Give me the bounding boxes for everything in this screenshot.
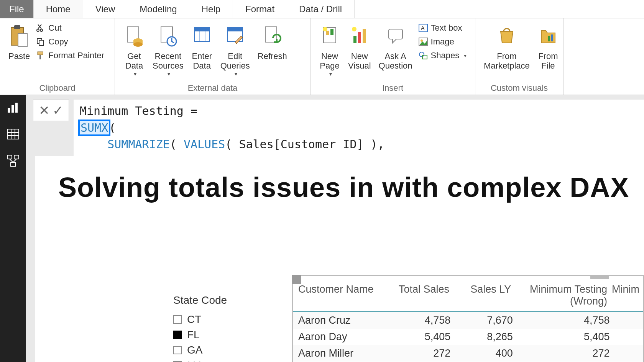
refresh-button[interactable]: Refresh	[254, 21, 291, 62]
table-resize-corner[interactable]	[292, 275, 301, 284]
new-visual-label: New Visual	[348, 51, 371, 71]
copy-button[interactable]: Copy	[36, 37, 104, 47]
tab-modeling[interactable]: Modeling	[127, 0, 189, 18]
slicer-item[interactable]: CT	[173, 313, 281, 326]
formula-measure-name: Minimum Testing =	[80, 104, 204, 118]
slicer-item[interactable]: GA	[173, 344, 281, 356]
cell-min-wrong: 4,758	[513, 314, 610, 326]
edit-queries-label: Edit Queries	[220, 51, 250, 71]
slicer-item[interactable]: FL	[173, 329, 281, 341]
col-header-name[interactable]: Customer Name	[298, 283, 388, 307]
new-visual-button[interactable]: New Visual	[344, 21, 375, 72]
tab-format[interactable]: Format	[233, 0, 287, 18]
svg-text:A: A	[421, 25, 425, 31]
recent-sources-label: Recent Sources	[153, 51, 184, 71]
ribbon-group-custom-visuals: From Marketplace From File Custom visual…	[475, 18, 564, 95]
col-header-sales-ly[interactable]: Sales LY	[449, 283, 511, 307]
report-view-icon[interactable]	[6, 100, 20, 114]
cell-sales-ly: 400	[450, 347, 513, 359]
text-box-button[interactable]: A Text box	[419, 23, 467, 33]
cell-min-wrong: 5,405	[513, 331, 610, 343]
results-table[interactable]: Customer Name Total Sales Sales LY Minim…	[292, 275, 644, 362]
ask-question-button[interactable]: Ask A Question	[375, 21, 416, 72]
slicer-item[interactable]: MA	[173, 359, 281, 362]
svg-rect-48	[14, 155, 19, 159]
new-page-icon	[319, 23, 340, 49]
tab-home[interactable]: Home	[34, 0, 83, 18]
shapes-button[interactable]: Shapes	[419, 51, 467, 61]
external-data-group-label: External data	[120, 82, 306, 93]
formula-cancel-button[interactable]: ✕	[39, 104, 49, 117]
new-page-button[interactable]: New Page	[315, 21, 344, 79]
slicer-title: State Code	[173, 294, 281, 306]
edit-queries-icon	[224, 23, 246, 49]
state-code-slicer[interactable]: State Code CTFLGAMAMD	[173, 294, 281, 362]
model-view-icon[interactable]	[6, 154, 20, 168]
new-page-label: New Page	[320, 51, 339, 71]
table-row[interactable]: Aaron Miller272400272	[293, 345, 643, 362]
shapes-icon	[419, 51, 428, 60]
col-header-min-wrong[interactable]: Minimum Testing (Wrong)	[511, 283, 607, 307]
table-drag-handle[interactable]	[590, 275, 609, 279]
paste-label: Paste	[8, 51, 30, 61]
svg-rect-42	[7, 129, 19, 139]
tab-file[interactable]: File	[0, 0, 34, 18]
cut-icon	[36, 23, 45, 33]
image-label: Image	[431, 37, 454, 47]
svg-point-29	[352, 27, 356, 31]
tab-help[interactable]: Help	[189, 0, 233, 18]
table-row[interactable]: Aaron Day5,4058,2655,405	[293, 329, 643, 345]
svg-rect-1	[14, 25, 20, 29]
slicer-item-label: CT	[187, 313, 201, 326]
enter-data-button[interactable]: Enter Data	[187, 21, 217, 72]
cell-name: Aaron Miller	[298, 347, 388, 359]
refresh-label: Refresh	[258, 51, 287, 61]
from-marketplace-label: From Marketplace	[484, 51, 530, 71]
cell-min-wrong: 272	[513, 347, 610, 359]
svg-rect-26	[353, 36, 356, 43]
copy-label: Copy	[48, 37, 68, 47]
formula-actions: ✕ ✓	[33, 100, 69, 121]
from-marketplace-icon	[496, 23, 518, 49]
cut-button[interactable]: Cut	[36, 23, 104, 33]
slicer-checkbox[interactable]	[173, 346, 182, 354]
col-header-min[interactable]: Minim	[607, 283, 638, 307]
get-data-button[interactable]: Get Data	[120, 21, 149, 79]
from-file-button[interactable]: From File	[534, 21, 563, 72]
ribbon-group-insert: New Page New Visual Ask A Question A Tex…	[310, 18, 475, 95]
paste-button[interactable]: Paste	[5, 21, 34, 62]
svg-rect-6	[39, 40, 44, 46]
slicer-item-label: MA	[187, 359, 203, 362]
cell-name: Aaron Cruz	[298, 314, 388, 326]
from-file-label: From File	[538, 51, 558, 71]
ribbon: Paste Cut Copy Format Painter Clipboard	[0, 18, 644, 95]
shapes-label: Shapes	[431, 51, 460, 61]
page-title: Solving totals issues in with complex DA…	[58, 172, 629, 203]
ribbon-group-clipboard: Paste Cut Copy Format Painter Clipboard	[0, 18, 115, 95]
svg-rect-23	[326, 31, 329, 35]
recent-sources-button[interactable]: Recent Sources	[149, 21, 187, 79]
svg-rect-47	[7, 155, 12, 159]
svg-rect-7	[38, 52, 43, 55]
slicer-checkbox[interactable]	[173, 315, 182, 324]
svg-point-12	[133, 42, 143, 47]
data-view-icon[interactable]	[6, 127, 20, 141]
col-header-total-sales[interactable]: Total Sales	[388, 283, 449, 307]
clipboard-group-label: Clipboard	[5, 82, 110, 93]
tab-view[interactable]: View	[83, 0, 128, 18]
formula-commit-button[interactable]: ✓	[53, 104, 63, 117]
tab-data-drill[interactable]: Data / Drill	[287, 0, 355, 18]
slicer-checkbox[interactable]	[173, 331, 182, 339]
image-icon	[419, 38, 428, 46]
image-button[interactable]: Image	[419, 37, 467, 47]
edit-queries-button[interactable]: Edit Queries	[217, 21, 254, 79]
table-row[interactable]: Aaron Cruz4,7587,6704,758	[293, 312, 643, 329]
svg-rect-24	[330, 29, 334, 35]
svg-rect-38	[551, 34, 553, 41]
from-marketplace-button[interactable]: From Marketplace	[480, 21, 534, 72]
paste-icon	[8, 23, 30, 49]
format-painter-button[interactable]: Format Painter	[36, 51, 104, 61]
from-file-icon	[537, 23, 559, 49]
svg-rect-37	[548, 36, 550, 41]
svg-rect-2	[18, 34, 27, 47]
